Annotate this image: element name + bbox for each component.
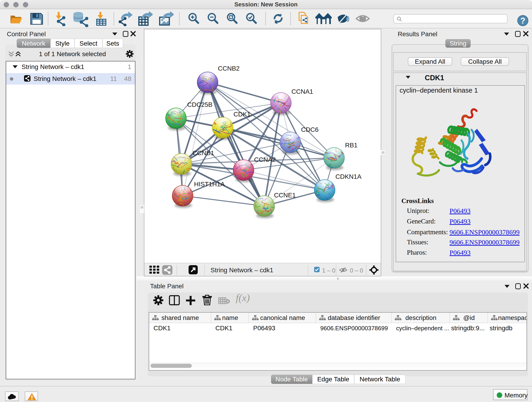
svg-text:CCNA2: CCNA2	[254, 156, 276, 163]
svg-text:CCNB1: CCNB1	[192, 149, 214, 157]
svg-text:HIST1H1A: HIST1H1A	[194, 181, 225, 188]
svg-text:CCNE1: CCNE1	[274, 191, 296, 199]
svg-text:CCNB2: CCNB2	[218, 65, 240, 72]
svg-text:CDC6: CDC6	[301, 126, 318, 133]
svg-text:CDC25B: CDC25B	[187, 101, 212, 108]
svg-text:CCNA1: CCNA1	[291, 88, 313, 95]
svg-text:CDK1: CDK1	[234, 111, 251, 118]
svg-text:CDKN1A: CDKN1A	[336, 173, 361, 180]
svg-text:RB1: RB1	[345, 142, 357, 149]
